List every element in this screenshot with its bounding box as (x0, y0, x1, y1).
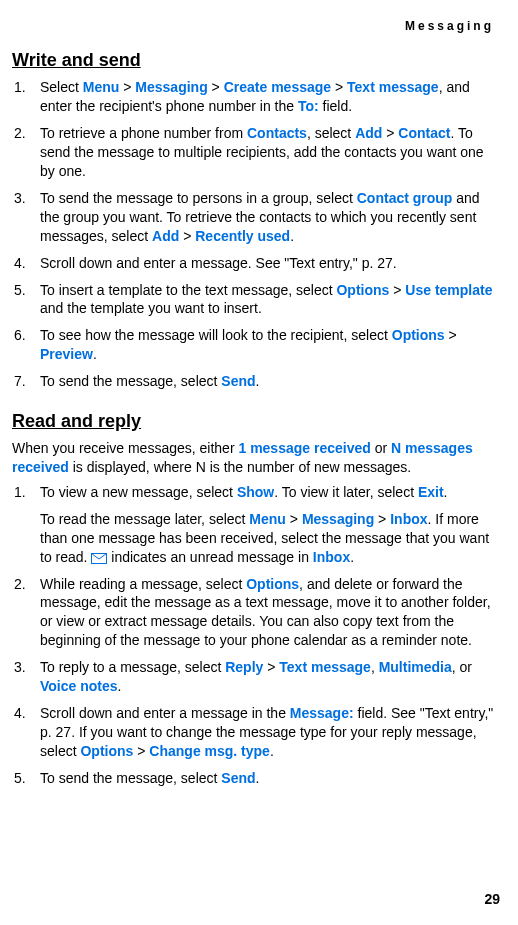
step-3: To reply to a message, select Reply > Te… (12, 658, 500, 696)
text: , or (452, 659, 472, 675)
text: While reading a message, select (40, 576, 246, 592)
options-link: Options (80, 743, 133, 759)
menu-link: Menu (83, 79, 120, 95)
text: . (118, 678, 122, 694)
heading-read-and-reply: Read and reply (12, 409, 500, 433)
page-number: 29 (484, 890, 500, 909)
sep: > (286, 511, 302, 527)
read-reply-intro: When you receive messages, either 1 mess… (12, 439, 500, 477)
text: indicates an unread message in (107, 549, 312, 565)
options-link: Options (392, 327, 445, 343)
create-message-link: Create message (224, 79, 331, 95)
sep: > (179, 228, 195, 244)
contact-link: Contact (398, 125, 450, 141)
text: field. (319, 98, 352, 114)
text: , (371, 659, 379, 675)
messaging-link: Messaging (302, 511, 374, 527)
step-7: To send the message, select Send. (12, 372, 500, 391)
send-link: Send (221, 770, 255, 786)
step-3: To send the message to persons in a grou… (12, 189, 500, 246)
options-link: Options (246, 576, 299, 592)
messaging-link: Messaging (135, 79, 207, 95)
text: To see how the message will look to the … (40, 327, 392, 343)
add-link: Add (355, 125, 382, 141)
text: or (371, 440, 391, 456)
preview-link: Preview (40, 346, 93, 362)
step-2: While reading a message, select Options,… (12, 575, 500, 651)
message-field-label: Message: (290, 705, 354, 721)
envelope-icon (91, 553, 107, 564)
text: . (350, 549, 354, 565)
contacts-link: Contacts (247, 125, 307, 141)
section-header: Messaging (12, 18, 500, 34)
write-send-steps: Select Menu > Messaging > Create message… (12, 78, 500, 390)
read-reply-steps: To view a new message, select Show. To v… (12, 483, 500, 787)
text: Select (40, 79, 83, 95)
menu-link: Menu (249, 511, 286, 527)
send-link: Send (221, 373, 255, 389)
text: . (270, 743, 274, 759)
text: To insert a template to the text message… (40, 282, 336, 298)
text: To view a new message, select (40, 484, 237, 500)
step-5: To send the message, select Send. (12, 769, 500, 788)
text-message-link: Text message (347, 79, 439, 95)
change-msg-type-link: Change msg. type (149, 743, 270, 759)
text: To send the message, select (40, 373, 221, 389)
text: Scroll down and enter a message in the (40, 705, 290, 721)
contact-group-link: Contact group (357, 190, 453, 206)
text: To send the message, select (40, 770, 221, 786)
text: . (93, 346, 97, 362)
sep: > (331, 79, 347, 95)
step-5: To insert a template to the text message… (12, 281, 500, 319)
text: To reply to a message, select (40, 659, 225, 675)
sep: > (133, 743, 149, 759)
step-6: To see how the message will look to the … (12, 326, 500, 364)
one-message-received: 1 message received (238, 440, 370, 456)
sep: > (445, 327, 457, 343)
step-4: Scroll down and enter a message. See "Te… (12, 254, 500, 273)
sep: > (119, 79, 135, 95)
text: . (290, 228, 294, 244)
use-template-link: Use template (405, 282, 492, 298)
step-4: Scroll down and enter a message in the M… (12, 704, 500, 761)
inbox-link: Inbox (390, 511, 427, 527)
text: . (444, 484, 448, 500)
exit-link: Exit (418, 484, 444, 500)
sep: > (382, 125, 398, 141)
sep: > (208, 79, 224, 95)
add-link: Add (152, 228, 179, 244)
text: To retrieve a phone number from (40, 125, 247, 141)
sep: > (263, 659, 279, 675)
text: . (256, 770, 260, 786)
step-2: To retrieve a phone number from Contacts… (12, 124, 500, 181)
heading-write-and-send: Write and send (12, 48, 500, 72)
text: is displayed, where N is the number of n… (69, 459, 411, 475)
text: When you receive messages, either (12, 440, 238, 456)
text: Scroll down and enter a message. See "Te… (40, 255, 397, 271)
step-1: To view a new message, select Show. To v… (12, 483, 500, 567)
multimedia-link: Multimedia (379, 659, 452, 675)
text: To read the message later, select (40, 511, 249, 527)
text: and the template you want to insert. (40, 300, 262, 316)
voice-notes-link: Voice notes (40, 678, 118, 694)
inbox-link: Inbox (313, 549, 350, 565)
show-link: Show (237, 484, 274, 500)
text: , select (307, 125, 355, 141)
sep: > (389, 282, 405, 298)
text-message-link: Text message (279, 659, 371, 675)
step-1: Select Menu > Messaging > Create message… (12, 78, 500, 116)
text: To send the message to persons in a grou… (40, 190, 357, 206)
text: . To view it later, select (274, 484, 418, 500)
to-field-label: To: (298, 98, 319, 114)
reply-link: Reply (225, 659, 263, 675)
step-1-sub: To read the message later, select Menu >… (40, 510, 494, 567)
text: . (256, 373, 260, 389)
recently-used-link: Recently used (195, 228, 290, 244)
sep: > (374, 511, 390, 527)
options-link: Options (336, 282, 389, 298)
